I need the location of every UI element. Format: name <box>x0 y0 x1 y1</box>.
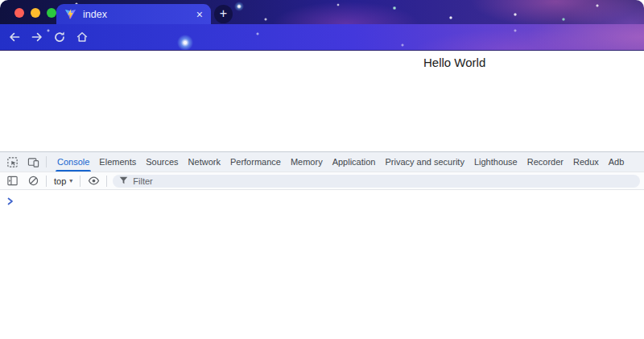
divider <box>80 176 80 187</box>
window-minimize-button[interactable] <box>31 8 40 18</box>
funnel-icon <box>119 176 128 185</box>
forward-button[interactable] <box>31 31 43 43</box>
reload-button[interactable] <box>53 31 66 43</box>
device-toolbar-icon[interactable] <box>26 155 40 168</box>
devtools-tab-sources[interactable]: Sources <box>141 152 183 172</box>
divider <box>106 176 107 187</box>
filter-input[interactable] <box>133 176 634 186</box>
browser-tab[interactable]: index × <box>56 4 211 24</box>
vite-favicon-icon <box>64 8 76 20</box>
devtools-tab-console[interactable]: Console <box>52 152 94 172</box>
devtools-tab-privacy-and-security[interactable]: Privacy and security <box>380 152 469 172</box>
console-toolbar: top ▾ <box>0 172 644 190</box>
home-button[interactable] <box>76 31 89 43</box>
live-expression-eye-icon[interactable] <box>86 175 101 188</box>
devtools-panel: Console Elements Sources Network Perform… <box>0 151 644 339</box>
chevron-down-icon: ▾ <box>69 178 72 184</box>
tab-strip: index × + <box>0 0 644 24</box>
devtools-tab-redux[interactable]: Redux <box>568 152 604 172</box>
devtools-tab-recorder[interactable]: Recorder <box>522 152 568 172</box>
tab-title: index <box>83 9 107 20</box>
console-output-area[interactable] <box>0 190 644 339</box>
divider <box>46 156 47 167</box>
devtools-tab-network[interactable]: Network <box>184 152 225 172</box>
tab-close-icon[interactable]: × <box>196 9 203 20</box>
window-controls <box>14 8 56 18</box>
divider <box>46 176 47 187</box>
window-close-button[interactable] <box>14 8 24 18</box>
devtools-tab-memory[interactable]: Memory <box>286 152 328 172</box>
window-zoom-button[interactable] <box>47 8 56 18</box>
page-viewport: Hello World <box>0 51 644 151</box>
console-prompt-icon <box>7 197 14 205</box>
browser-window: index × + <box>0 0 644 339</box>
devtools-tab-bar: Console Elements Sources Network Perform… <box>0 152 644 172</box>
back-button[interactable] <box>8 31 21 43</box>
context-label: top <box>54 176 66 186</box>
clear-console-icon[interactable] <box>26 175 40 188</box>
inspect-element-icon[interactable] <box>5 155 19 168</box>
new-tab-button[interactable]: + <box>214 5 233 23</box>
context-selector[interactable]: top ▾ <box>52 176 74 186</box>
browser-toolbar: localhost:3000/index G ☆ <box>0 24 644 51</box>
console-sidebar-icon[interactable] <box>5 175 19 188</box>
page-body-text: Hello World <box>423 56 485 69</box>
devtools-tab-elements[interactable]: Elements <box>94 152 141 172</box>
console-filter[interactable] <box>113 175 640 188</box>
devtools-tab-performance[interactable]: Performance <box>225 152 286 172</box>
devtools-tab-application[interactable]: Application <box>328 152 381 172</box>
devtools-tab-lighthouse[interactable]: Lighthouse <box>469 152 522 172</box>
devtools-tab-adblock[interactable]: Adb <box>604 152 630 172</box>
